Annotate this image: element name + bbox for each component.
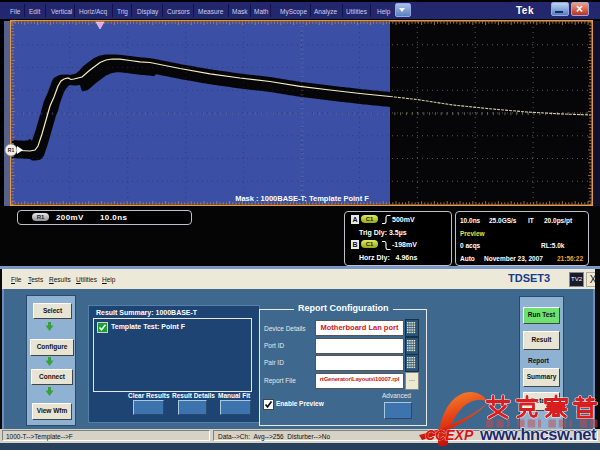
svg-text:www.hncsw.net: www.hncsw.net xyxy=(479,425,597,443)
svg-text:R1: R1 xyxy=(8,147,15,153)
svg-text:Mask : 1000BASE-T: Template Po: Mask : 1000BASE-T: Template Point F xyxy=(235,194,369,203)
svg-text:CCEXP: CCEXP xyxy=(425,427,474,443)
